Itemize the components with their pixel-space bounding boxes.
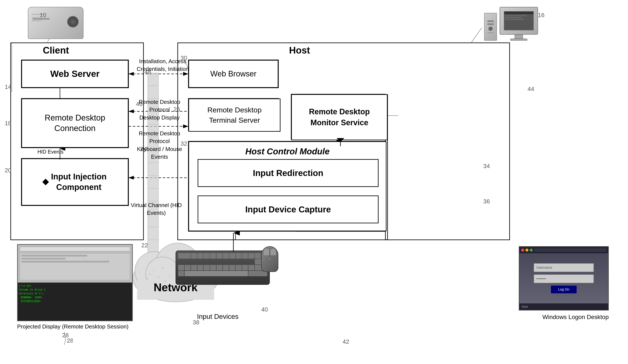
- svg-point-71: [157, 277, 159, 278]
- windows-logon-label: Windows Logon Desktop: [542, 314, 609, 321]
- svg-point-63: [154, 270, 155, 272]
- svg-point-70: [147, 278, 148, 279]
- virtual-channel-label: Virtual Channel (HID Events): [129, 201, 184, 217]
- web-server-box: Web Server: [21, 60, 129, 88]
- projected-display-thumbnail: C:\> dir Volume in drive C Directory of …: [17, 244, 133, 321]
- terminal-server-box: Remote DesktopTerminal Server: [188, 98, 281, 132]
- input-redirection-box: Input Redirection: [198, 159, 379, 187]
- ref-40: 40: [261, 306, 268, 313]
- monitor-service-box: Remote DesktopMonitor Service: [291, 94, 388, 140]
- diagram: { "title": "Remote Desktop System Archit…: [0, 0, 628, 364]
- rdp-display-label: Remote Desktop ProtocolDesktop Display: [133, 98, 186, 121]
- input-devices-label: Input Devices: [197, 313, 238, 321]
- ref-16: 16: [538, 12, 545, 19]
- web-server-label: Web Server: [50, 69, 100, 79]
- ref-18: 18: [5, 120, 11, 127]
- svg-point-72: [168, 276, 170, 277]
- host-title: Host: [289, 45, 310, 56]
- host-right-line: [386, 94, 396, 244]
- input-injection-label: Input InjectionComponent: [51, 171, 107, 193]
- input-device-capture-label: Input Device Capture: [245, 205, 331, 214]
- host-control-module-box: Host Control Module Input Redirection In…: [188, 141, 387, 231]
- ref28-line: 28: [60, 330, 73, 347]
- ref-14: 14: [5, 83, 11, 90]
- svg-text:28: 28: [67, 337, 73, 344]
- svg-line-45: [471, 28, 482, 43]
- projected-display-label: Projected Display (Remote Desktop Sessio…: [17, 323, 129, 330]
- hid-arrow-svg: [51, 148, 69, 161]
- ref-36: 36: [483, 198, 490, 205]
- remote-desktop-connection-label: Remote DesktopConnection: [45, 113, 105, 134]
- computer-image: [484, 7, 538, 41]
- keyboard-mouse-area: [176, 251, 287, 306]
- svg-point-65: [171, 265, 172, 266]
- monitor-service-label: Remote DesktopMonitor Service: [309, 106, 370, 128]
- host-control-module-title: Host Control Module: [245, 147, 329, 156]
- keyboard-arrow: [227, 231, 240, 253]
- windows-logon-thumbnail: Username •••••••• Log On Start: [519, 246, 609, 310]
- remote-desktop-connection-box: Remote DesktopConnection: [21, 98, 129, 148]
- rdp-keyboard-label: Remote Desktop ProtocolKeyboard / Mouse …: [132, 130, 187, 161]
- ref-34: 34: [483, 163, 490, 170]
- input-redirection-label: Input Redirection: [253, 168, 323, 178]
- terminal-server-label: Remote DesktopTerminal Server: [207, 105, 261, 125]
- projector-image: [28, 7, 83, 39]
- input-device-capture-box: Input Device Capture: [198, 196, 379, 223]
- client-title: Client: [43, 45, 69, 56]
- ref-42: 42: [343, 338, 349, 345]
- installation-label: Installation, Access Credentials, Initia…: [133, 57, 193, 73]
- web-browser-box: Web Browser: [188, 60, 278, 88]
- input-injection-box: Input InjectionComponent: [21, 158, 129, 206]
- svg-point-62: [149, 273, 151, 275]
- web-browser-label: Web Browser: [210, 69, 256, 78]
- ref-44: 44: [528, 86, 534, 92]
- ref-20: 20: [5, 167, 11, 174]
- ref-10: 10: [40, 12, 46, 19]
- diamond-connector: [334, 138, 347, 147]
- svg-point-64: [162, 267, 163, 269]
